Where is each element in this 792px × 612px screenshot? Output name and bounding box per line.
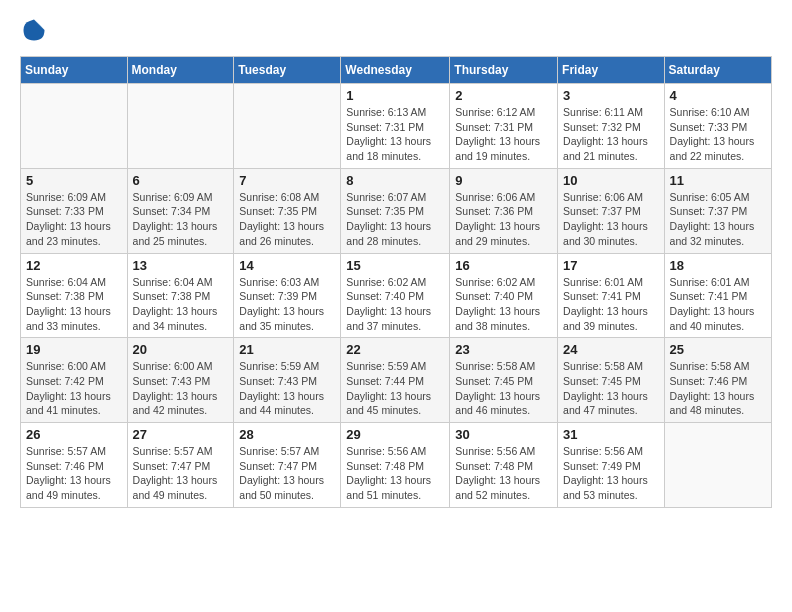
day-info: Sunrise: 5:56 AM Sunset: 7:48 PM Dayligh… xyxy=(346,444,444,503)
day-number: 19 xyxy=(26,342,122,357)
day-info: Sunrise: 6:04 AM Sunset: 7:38 PM Dayligh… xyxy=(26,275,122,334)
week-row-2: 5Sunrise: 6:09 AM Sunset: 7:33 PM Daylig… xyxy=(21,168,772,253)
calendar-cell: 21Sunrise: 5:59 AM Sunset: 7:43 PM Dayli… xyxy=(234,338,341,423)
day-number: 26 xyxy=(26,427,122,442)
day-number: 18 xyxy=(670,258,766,273)
calendar-table: SundayMondayTuesdayWednesdayThursdayFrid… xyxy=(20,56,772,508)
day-number: 16 xyxy=(455,258,552,273)
day-number: 3 xyxy=(563,88,659,103)
day-number: 10 xyxy=(563,173,659,188)
calendar-cell: 12Sunrise: 6:04 AM Sunset: 7:38 PM Dayli… xyxy=(21,253,128,338)
calendar-cell: 14Sunrise: 6:03 AM Sunset: 7:39 PM Dayli… xyxy=(234,253,341,338)
day-number: 4 xyxy=(670,88,766,103)
calendar-cell: 7Sunrise: 6:08 AM Sunset: 7:35 PM Daylig… xyxy=(234,168,341,253)
day-info: Sunrise: 5:57 AM Sunset: 7:47 PM Dayligh… xyxy=(239,444,335,503)
day-info: Sunrise: 6:02 AM Sunset: 7:40 PM Dayligh… xyxy=(455,275,552,334)
day-info: Sunrise: 6:04 AM Sunset: 7:38 PM Dayligh… xyxy=(133,275,229,334)
day-number: 17 xyxy=(563,258,659,273)
day-info: Sunrise: 6:06 AM Sunset: 7:36 PM Dayligh… xyxy=(455,190,552,249)
day-info: Sunrise: 6:03 AM Sunset: 7:39 PM Dayligh… xyxy=(239,275,335,334)
day-number: 1 xyxy=(346,88,444,103)
day-info: Sunrise: 5:57 AM Sunset: 7:47 PM Dayligh… xyxy=(133,444,229,503)
calendar-cell: 26Sunrise: 5:57 AM Sunset: 7:46 PM Dayli… xyxy=(21,423,128,508)
calendar-cell: 25Sunrise: 5:58 AM Sunset: 7:46 PM Dayli… xyxy=(664,338,771,423)
day-number: 28 xyxy=(239,427,335,442)
day-number: 9 xyxy=(455,173,552,188)
day-number: 12 xyxy=(26,258,122,273)
day-info: Sunrise: 6:10 AM Sunset: 7:33 PM Dayligh… xyxy=(670,105,766,164)
calendar-cell: 15Sunrise: 6:02 AM Sunset: 7:40 PM Dayli… xyxy=(341,253,450,338)
day-number: 20 xyxy=(133,342,229,357)
column-header-thursday: Thursday xyxy=(450,57,558,84)
calendar-cell: 9Sunrise: 6:06 AM Sunset: 7:36 PM Daylig… xyxy=(450,168,558,253)
day-info: Sunrise: 6:02 AM Sunset: 7:40 PM Dayligh… xyxy=(346,275,444,334)
day-number: 22 xyxy=(346,342,444,357)
calendar-cell: 16Sunrise: 6:02 AM Sunset: 7:40 PM Dayli… xyxy=(450,253,558,338)
day-number: 6 xyxy=(133,173,229,188)
calendar-cell: 5Sunrise: 6:09 AM Sunset: 7:33 PM Daylig… xyxy=(21,168,128,253)
day-info: Sunrise: 6:09 AM Sunset: 7:33 PM Dayligh… xyxy=(26,190,122,249)
day-number: 31 xyxy=(563,427,659,442)
day-info: Sunrise: 6:09 AM Sunset: 7:34 PM Dayligh… xyxy=(133,190,229,249)
calendar-cell: 2Sunrise: 6:12 AM Sunset: 7:31 PM Daylig… xyxy=(450,84,558,169)
page: SundayMondayTuesdayWednesdayThursdayFrid… xyxy=(0,0,792,524)
day-number: 15 xyxy=(346,258,444,273)
day-number: 5 xyxy=(26,173,122,188)
calendar-cell: 22Sunrise: 5:59 AM Sunset: 7:44 PM Dayli… xyxy=(341,338,450,423)
calendar-cell: 13Sunrise: 6:04 AM Sunset: 7:38 PM Dayli… xyxy=(127,253,234,338)
column-header-friday: Friday xyxy=(558,57,665,84)
day-info: Sunrise: 6:12 AM Sunset: 7:31 PM Dayligh… xyxy=(455,105,552,164)
day-number: 8 xyxy=(346,173,444,188)
calendar-cell xyxy=(234,84,341,169)
calendar-cell: 24Sunrise: 5:58 AM Sunset: 7:45 PM Dayli… xyxy=(558,338,665,423)
calendar-cell: 20Sunrise: 6:00 AM Sunset: 7:43 PM Dayli… xyxy=(127,338,234,423)
calendar-cell xyxy=(21,84,128,169)
day-info: Sunrise: 6:05 AM Sunset: 7:37 PM Dayligh… xyxy=(670,190,766,249)
column-header-tuesday: Tuesday xyxy=(234,57,341,84)
day-number: 24 xyxy=(563,342,659,357)
calendar-cell: 29Sunrise: 5:56 AM Sunset: 7:48 PM Dayli… xyxy=(341,423,450,508)
calendar-cell: 4Sunrise: 6:10 AM Sunset: 7:33 PM Daylig… xyxy=(664,84,771,169)
calendar-cell: 1Sunrise: 6:13 AM Sunset: 7:31 PM Daylig… xyxy=(341,84,450,169)
day-number: 11 xyxy=(670,173,766,188)
day-info: Sunrise: 6:00 AM Sunset: 7:42 PM Dayligh… xyxy=(26,359,122,418)
day-info: Sunrise: 5:57 AM Sunset: 7:46 PM Dayligh… xyxy=(26,444,122,503)
calendar-cell: 10Sunrise: 6:06 AM Sunset: 7:37 PM Dayli… xyxy=(558,168,665,253)
week-row-5: 26Sunrise: 5:57 AM Sunset: 7:46 PM Dayli… xyxy=(21,423,772,508)
day-number: 30 xyxy=(455,427,552,442)
day-info: Sunrise: 6:11 AM Sunset: 7:32 PM Dayligh… xyxy=(563,105,659,164)
week-row-4: 19Sunrise: 6:00 AM Sunset: 7:42 PM Dayli… xyxy=(21,338,772,423)
calendar-cell: 18Sunrise: 6:01 AM Sunset: 7:41 PM Dayli… xyxy=(664,253,771,338)
day-info: Sunrise: 5:58 AM Sunset: 7:45 PM Dayligh… xyxy=(563,359,659,418)
day-info: Sunrise: 5:59 AM Sunset: 7:43 PM Dayligh… xyxy=(239,359,335,418)
day-info: Sunrise: 6:06 AM Sunset: 7:37 PM Dayligh… xyxy=(563,190,659,249)
calendar-cell: 6Sunrise: 6:09 AM Sunset: 7:34 PM Daylig… xyxy=(127,168,234,253)
week-row-3: 12Sunrise: 6:04 AM Sunset: 7:38 PM Dayli… xyxy=(21,253,772,338)
header xyxy=(20,16,772,44)
calendar-cell: 31Sunrise: 5:56 AM Sunset: 7:49 PM Dayli… xyxy=(558,423,665,508)
day-info: Sunrise: 6:01 AM Sunset: 7:41 PM Dayligh… xyxy=(670,275,766,334)
day-info: Sunrise: 5:56 AM Sunset: 7:49 PM Dayligh… xyxy=(563,444,659,503)
day-info: Sunrise: 5:59 AM Sunset: 7:44 PM Dayligh… xyxy=(346,359,444,418)
calendar-cell: 30Sunrise: 5:56 AM Sunset: 7:48 PM Dayli… xyxy=(450,423,558,508)
day-number: 29 xyxy=(346,427,444,442)
calendar-cell xyxy=(127,84,234,169)
day-info: Sunrise: 5:56 AM Sunset: 7:48 PM Dayligh… xyxy=(455,444,552,503)
logo xyxy=(20,16,52,44)
day-info: Sunrise: 5:58 AM Sunset: 7:45 PM Dayligh… xyxy=(455,359,552,418)
column-header-sunday: Sunday xyxy=(21,57,128,84)
calendar-cell: 3Sunrise: 6:11 AM Sunset: 7:32 PM Daylig… xyxy=(558,84,665,169)
day-number: 14 xyxy=(239,258,335,273)
calendar-cell xyxy=(664,423,771,508)
day-info: Sunrise: 6:08 AM Sunset: 7:35 PM Dayligh… xyxy=(239,190,335,249)
day-number: 23 xyxy=(455,342,552,357)
day-info: Sunrise: 6:00 AM Sunset: 7:43 PM Dayligh… xyxy=(133,359,229,418)
day-info: Sunrise: 6:01 AM Sunset: 7:41 PM Dayligh… xyxy=(563,275,659,334)
header-row: SundayMondayTuesdayWednesdayThursdayFrid… xyxy=(21,57,772,84)
week-row-1: 1Sunrise: 6:13 AM Sunset: 7:31 PM Daylig… xyxy=(21,84,772,169)
day-number: 2 xyxy=(455,88,552,103)
day-info: Sunrise: 6:13 AM Sunset: 7:31 PM Dayligh… xyxy=(346,105,444,164)
day-info: Sunrise: 5:58 AM Sunset: 7:46 PM Dayligh… xyxy=(670,359,766,418)
calendar-cell: 23Sunrise: 5:58 AM Sunset: 7:45 PM Dayli… xyxy=(450,338,558,423)
column-header-monday: Monday xyxy=(127,57,234,84)
